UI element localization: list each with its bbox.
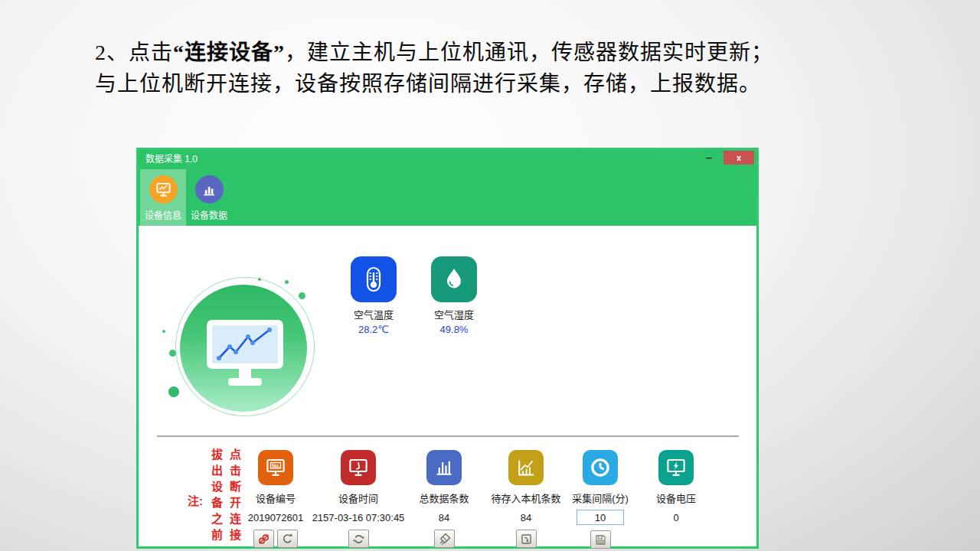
sensor-temp-label: 空气温度 <box>343 307 404 321</box>
pending-records-icon <box>508 450 544 485</box>
interval-clock-icon <box>583 450 618 485</box>
decor-dot <box>168 386 179 397</box>
sensor-humidity-value: 49.8% <box>423 324 485 335</box>
interval-input[interactable] <box>577 510 624 525</box>
device-number-value: 2019072601 <box>248 512 303 523</box>
bar-chart-icon <box>195 175 224 204</box>
close-button[interactable]: x <box>724 151 754 165</box>
decor-dot <box>299 292 305 299</box>
device-number-label: 设备编号 <box>256 491 296 505</box>
sensor-humidity-label: 空气湿度 <box>423 307 485 321</box>
decor-dot <box>258 278 261 281</box>
thermometer-icon <box>351 256 397 302</box>
instruction-bold-connect-device: “连接设备” <box>173 41 285 64</box>
total-records-label: 总数据条数 <box>419 491 469 505</box>
tab-device-info-label: 设备信息 <box>145 208 181 221</box>
tab-device-info[interactable]: 设备信息 <box>140 169 186 226</box>
instruction-line-2: 与上位机断开连接，设备按照存储间隔进行采集，存储，上报数据。 <box>95 68 914 99</box>
disconnect-button[interactable] <box>253 530 274 548</box>
tab-device-data[interactable]: 设备数据 <box>186 169 232 226</box>
window-title: 数据采集 1.0 <box>145 150 198 169</box>
monitor-chart-icon <box>149 175 178 204</box>
minimize-button[interactable]: – <box>703 152 715 165</box>
device-info-panel: 空气温度 空气湿度 28.2℃ 49.8% 注: 拔出设备之前 点击断开连接 N… <box>139 226 756 544</box>
water-drop-icon <box>431 256 477 302</box>
sync-time-button[interactable] <box>348 530 369 548</box>
device-time-label: 设备时间 <box>338 491 378 505</box>
tab-device-data-label: 设备数据 <box>191 208 227 221</box>
sensor-temp-value: 28.2℃ <box>343 324 404 335</box>
slide-instruction: 2、点击“连接设备”，建立主机与上位机通讯，传感器数据实时更新； 与上位机断开连… <box>95 37 914 99</box>
decor-dot <box>285 280 289 284</box>
save-interval-button[interactable] <box>590 530 611 549</box>
clear-data-button[interactable] <box>434 530 455 548</box>
device-time-icon <box>341 450 376 485</box>
title-bar[interactable]: 数据采集 1.0 – x <box>139 150 756 169</box>
refresh-button[interactable] <box>277 530 298 548</box>
hero-monitor-chart-icon <box>201 320 289 389</box>
export-button[interactable] <box>516 530 537 548</box>
device-voltage-icon <box>658 450 694 485</box>
device-voltage-label: 设备电压 <box>656 491 696 505</box>
device-voltage-value: 0 <box>673 512 678 523</box>
instruction-prefix: 2、点击 <box>95 41 173 64</box>
data-collection-window: 数据采集 1.0 – x 设备信息 <box>136 148 759 549</box>
note-marker: 注: <box>188 492 203 508</box>
total-records-icon <box>426 450 462 485</box>
device-number-icon: No. <box>258 450 293 485</box>
decor-dot <box>162 330 165 333</box>
pending-records-value: 84 <box>521 512 531 523</box>
section-divider <box>157 435 739 437</box>
decor-dot <box>169 350 176 357</box>
instruction-suffix: ，建立主机与上位机通讯，传感器数据实时更新； <box>285 41 773 64</box>
instruction-line-1: 2、点击“连接设备”，建立主机与上位机通讯，传感器数据实时更新； <box>95 37 914 68</box>
svg-text:No.: No. <box>272 463 280 468</box>
stat-device-voltage: 设备电压 0 <box>619 450 733 523</box>
total-records-value: 84 <box>439 512 449 523</box>
toolbar: 设备信息 设备数据 <box>139 169 756 226</box>
